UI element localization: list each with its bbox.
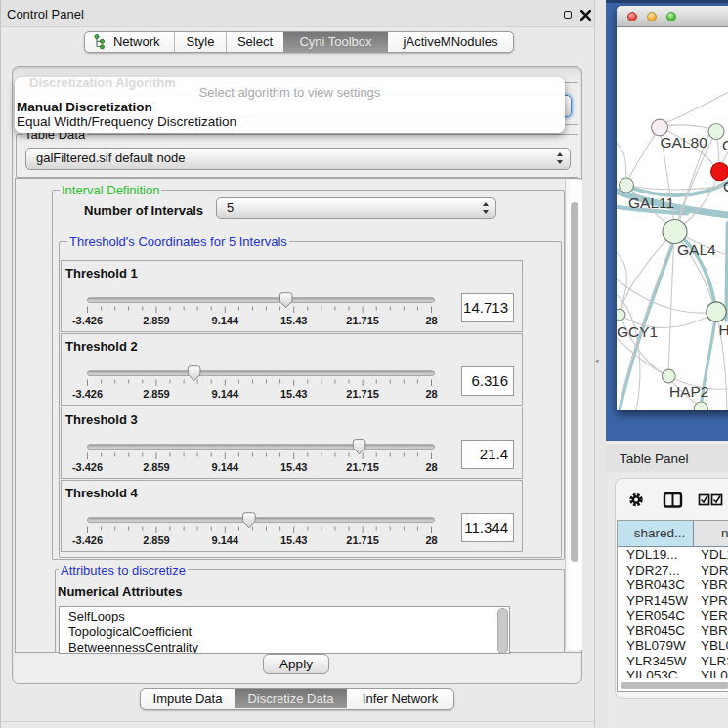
svg-text:-3.426: -3.426 [72, 388, 103, 400]
svg-text:HAP2: HAP2 [669, 383, 709, 400]
svg-text:2.859: 2.859 [143, 315, 170, 326]
svg-text:G.: G. [722, 137, 728, 153]
svg-text:28: 28 [425, 315, 437, 326]
svg-text:21.715: 21.715 [346, 388, 379, 400]
svg-text:-3.426: -3.426 [72, 461, 103, 473]
svg-text:GCY1: GCY1 [617, 323, 658, 340]
svg-text:GAL11: GAL11 [628, 194, 674, 211]
svg-text:28: 28 [425, 461, 437, 473]
svg-text:GAL4: GAL4 [677, 241, 716, 258]
svg-text:21.715: 21.715 [346, 315, 379, 326]
svg-text:28: 28 [425, 535, 437, 546]
svg-text:15.43: 15.43 [280, 388, 308, 400]
svg-text:9.144: 9.144 [212, 535, 239, 546]
svg-text:15.43: 15.43 [280, 535, 308, 546]
svg-text:9.144: 9.144 [212, 461, 239, 473]
svg-text:9.144: 9.144 [212, 315, 239, 326]
svg-text:-3.426: -3.426 [72, 535, 103, 546]
svg-text:9.144: 9.144 [212, 388, 239, 400]
svg-text:28: 28 [425, 388, 437, 400]
svg-text:2.859: 2.859 [143, 461, 170, 473]
svg-text:-3.426: -3.426 [72, 315, 103, 326]
svg-text:15.43: 15.43 [280, 315, 308, 326]
svg-text:15.43: 15.43 [280, 461, 308, 473]
svg-text:H: H [719, 321, 728, 338]
svg-text:2.859: 2.859 [143, 535, 170, 546]
svg-text:21.715: 21.715 [346, 461, 379, 473]
svg-text:21.715: 21.715 [346, 535, 379, 546]
svg-text:C: C [723, 178, 728, 194]
svg-text:GAL80: GAL80 [661, 134, 708, 150]
svg-text:2.859: 2.859 [143, 388, 170, 400]
